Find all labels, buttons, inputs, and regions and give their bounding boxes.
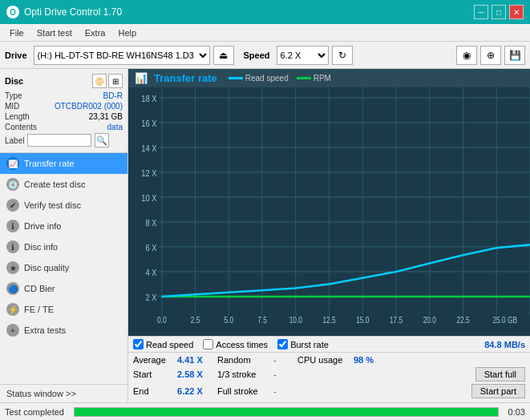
sidebar-label-verify-test-disc: Verify test disc — [24, 200, 81, 210]
close-button[interactable]: ✕ — [509, 5, 524, 19]
start-part-button[interactable]: Start part — [471, 384, 525, 398]
chart-svg: 18 X 16 X 14 X 12 X 10 X 8 X 6 X 4 X 2 X… — [128, 87, 530, 336]
menu-start-test[interactable]: Start test — [30, 26, 79, 39]
drive-info-icon: ℹ — [6, 220, 19, 232]
sidebar-label-drive-info: Drive info — [24, 221, 61, 231]
stats-row-average: Average 4.41 X Random - CPU usage 98 % — [133, 355, 525, 365]
stats-sublabel-random: Random — [217, 355, 273, 365]
svg-text:20.0: 20.0 — [423, 316, 436, 325]
stats-subval-1-3-stroke: - — [273, 370, 297, 379]
stats-row-end: End 6.22 X Full stroke - Start part — [133, 384, 525, 398]
svg-text:10 X: 10 X — [141, 192, 156, 203]
speed-select[interactable]: 6.2 X — [277, 46, 329, 65]
cb-access-times-label: Access times — [216, 340, 268, 349]
sidebar-item-disc-info[interactable]: ℹ Disc info — [0, 236, 127, 257]
cb-burst-rate-input[interactable] — [277, 339, 288, 349]
sidebar-item-create-test-disc[interactable]: 💿 Create test disc — [0, 174, 127, 195]
maximize-button[interactable]: □ — [492, 5, 506, 19]
sidebar-label-transfer-rate: Transfer rate — [24, 159, 75, 168]
cb-read-speed-input[interactable] — [133, 339, 144, 349]
svg-text:17.5: 17.5 — [390, 316, 403, 325]
app-icon: O — [6, 6, 19, 18]
disc-icon-1[interactable]: 📀 — [92, 74, 107, 88]
cb-read-speed[interactable]: Read speed — [133, 339, 193, 349]
disc-header-label: Disc — [5, 76, 23, 86]
disc-contents-label: Contents — [5, 123, 37, 131]
drive-label: Drive — [5, 50, 27, 60]
svg-text:5.0: 5.0 — [224, 316, 233, 325]
stats-row-start: Start 2.58 X 1/3 stroke - Start full — [133, 367, 525, 382]
minimize-button[interactable]: ─ — [474, 5, 488, 19]
toolbar-btn-1[interactable]: ◉ — [456, 46, 477, 65]
sidebar-item-verify-test-disc[interactable]: ✔ Verify test disc — [0, 195, 127, 216]
disc-length-value: 23,31 GB — [89, 112, 123, 121]
stats-val-end: 6.22 X — [177, 386, 217, 396]
toolbar-btn-3[interactable]: 💾 — [504, 46, 525, 65]
svg-text:0.0: 0.0 — [157, 316, 167, 325]
disc-info-icon: ℹ — [6, 240, 19, 253]
svg-text:22.5: 22.5 — [456, 316, 469, 325]
stats-rows: Average 4.41 X Random - CPU usage 98 % S… — [128, 352, 530, 402]
svg-text:4 X: 4 X — [145, 267, 156, 277]
sidebar-item-fe-te[interactable]: ⚡ FE / TE — [0, 299, 127, 320]
chart-icon: 📊 — [135, 72, 148, 84]
stats-sublabel-full-stroke: Full stroke — [217, 386, 273, 396]
status-bar: Test completed 0:03 — [0, 402, 530, 420]
menu-extra[interactable]: Extra — [79, 26, 112, 39]
cb-burst-rate-label: Burst rate — [290, 340, 329, 349]
stats-label-average: Average — [133, 355, 177, 365]
legend-read-speed: Read speed — [229, 74, 289, 83]
disc-contents-value: data — [107, 123, 123, 131]
menu-bar: File Start test Extra Help — [0, 24, 530, 42]
speed-label: Speed — [244, 50, 270, 60]
sidebar-item-extra-tests[interactable]: + Extra tests — [0, 320, 127, 341]
disc-type-value: BD-R — [103, 91, 123, 100]
svg-text:8 X: 8 X — [145, 217, 156, 228]
status-text: Test completed — [5, 407, 64, 417]
stats-subval-full-stroke: - — [273, 386, 297, 396]
title-bar: O Opti Drive Control 1.70 ─ □ ✕ — [0, 0, 530, 24]
sidebar-label-disc-info: Disc info — [24, 242, 58, 252]
sidebar-label-cd-bier: CD Bier — [24, 284, 55, 293]
disc-label-key: Label — [5, 136, 24, 145]
menu-file[interactable]: File — [3, 26, 30, 39]
cb-access-times-input[interactable] — [203, 339, 213, 349]
start-full-button[interactable]: Start full — [475, 367, 525, 382]
refresh-button[interactable]: ↻ — [332, 46, 353, 65]
svg-text:14 X: 14 X — [141, 143, 156, 153]
svg-text:16 X: 16 X — [141, 118, 156, 128]
progress-bar — [74, 407, 499, 417]
cb-read-speed-label: Read speed — [146, 340, 193, 349]
sidebar-item-disc-quality[interactable]: ★ Disc quality — [0, 257, 127, 278]
eject-button[interactable]: ⏏ — [213, 46, 234, 65]
svg-text:10.0: 10.0 — [289, 316, 302, 325]
status-window-button[interactable]: Status window >> — [0, 385, 127, 402]
disc-icon-2[interactable]: ⊞ — [108, 74, 123, 88]
cb-burst-rate[interactable]: Burst rate — [277, 339, 329, 349]
menu-help[interactable]: Help — [111, 26, 143, 39]
disc-type-label: Type — [5, 91, 22, 100]
disc-section: Disc 📀 ⊞ Type BD-R MID OTCBDR002 (000) L… — [0, 69, 127, 153]
stats-val-average: 4.41 X — [177, 355, 217, 365]
sidebar-item-cd-bier[interactable]: 🔵 CD Bier — [0, 278, 127, 299]
cd-bier-icon: 🔵 — [6, 282, 19, 295]
nav-items: 📈 Transfer rate 💿 Create test disc ✔ Ver… — [0, 153, 127, 384]
drive-select[interactable]: (H:) HL-DT-ST BD-RE WH16NS48 1.D3 — [34, 46, 210, 65]
sidebar-label-create-test-disc: Create test disc — [24, 180, 85, 189]
progress-fill — [75, 408, 498, 416]
svg-text:25.0 GB: 25.0 GB — [492, 316, 517, 325]
chart-title: Transfer rate — [154, 72, 217, 84]
verify-test-disc-icon: ✔ — [6, 199, 19, 212]
stats-subval-random: - — [273, 355, 297, 365]
sidebar-item-drive-info[interactable]: ℹ Drive info — [0, 216, 127, 236]
cb-access-times[interactable]: Access times — [203, 339, 268, 349]
sidebar-item-transfer-rate[interactable]: 📈 Transfer rate — [0, 153, 127, 174]
disc-label-input[interactable] — [27, 134, 91, 147]
stats-val-start: 2.58 X — [177, 370, 217, 379]
stats-label-start: Start — [133, 370, 177, 379]
create-test-disc-icon: 💿 — [6, 178, 19, 191]
toolbar-btn-2[interactable]: ⊕ — [480, 46, 501, 65]
stats-label-end: End — [133, 386, 177, 396]
sidebar: Disc 📀 ⊞ Type BD-R MID OTCBDR002 (000) L… — [0, 69, 128, 402]
disc-label-btn[interactable]: 🔍 — [95, 133, 109, 147]
